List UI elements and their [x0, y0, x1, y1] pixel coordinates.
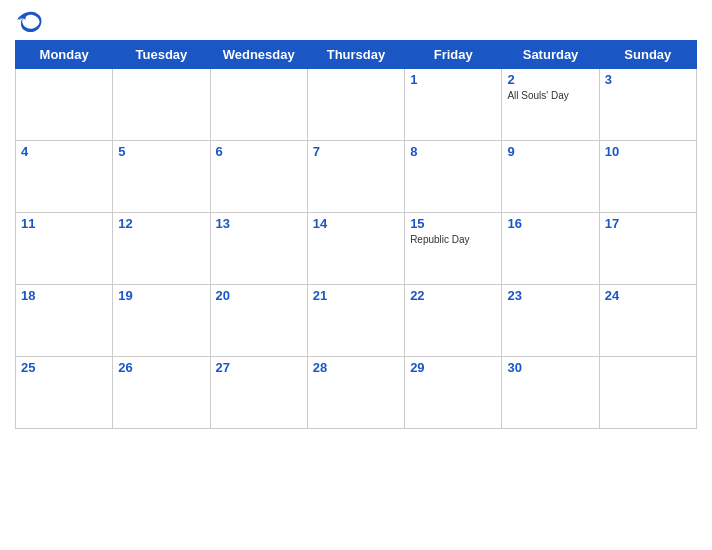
calendar-day-6: 6: [210, 141, 307, 213]
day-number: 12: [118, 216, 204, 231]
day-number: 25: [21, 360, 107, 375]
calendar-empty-cell: [113, 69, 210, 141]
calendar-day-18: 18: [16, 285, 113, 357]
day-number: 18: [21, 288, 107, 303]
day-number: 26: [118, 360, 204, 375]
calendar-day-12: 12: [113, 213, 210, 285]
page: MondayTuesdayWednesdayThursdayFridaySatu…: [0, 0, 712, 550]
day-number: 7: [313, 144, 399, 159]
calendar-day-19: 19: [113, 285, 210, 357]
day-number: 5: [118, 144, 204, 159]
calendar-day-30: 30: [502, 357, 599, 429]
calendar-day-10: 10: [599, 141, 696, 213]
calendar-day-26: 26: [113, 357, 210, 429]
calendar-day-29: 29: [405, 357, 502, 429]
day-number: 23: [507, 288, 593, 303]
calendar-day-20: 20: [210, 285, 307, 357]
day-number: 24: [605, 288, 691, 303]
weekday-header-row: MondayTuesdayWednesdayThursdayFridaySatu…: [16, 41, 697, 69]
calendar-empty-cell: [210, 69, 307, 141]
calendar-day-5: 5: [113, 141, 210, 213]
day-number: 20: [216, 288, 302, 303]
calendar-week-row: 1112131415Republic Day1617: [16, 213, 697, 285]
logo-bird-icon: [15, 10, 43, 32]
calendar-day-23: 23: [502, 285, 599, 357]
calendar-day-16: 16: [502, 213, 599, 285]
weekday-header-thursday: Thursday: [307, 41, 404, 69]
calendar-week-row: 12All Souls' Day3: [16, 69, 697, 141]
calendar-day-13: 13: [210, 213, 307, 285]
calendar-day-25: 25: [16, 357, 113, 429]
holiday-name: All Souls' Day: [507, 89, 593, 102]
calendar-day-28: 28: [307, 357, 404, 429]
calendar-day-1: 1: [405, 69, 502, 141]
calendar-day-24: 24: [599, 285, 696, 357]
day-number: 27: [216, 360, 302, 375]
day-number: 1: [410, 72, 496, 87]
weekday-header-tuesday: Tuesday: [113, 41, 210, 69]
calendar-day-14: 14: [307, 213, 404, 285]
calendar-day-3: 3: [599, 69, 696, 141]
day-number: 28: [313, 360, 399, 375]
weekday-header-monday: Monday: [16, 41, 113, 69]
calendar-day-17: 17: [599, 213, 696, 285]
calendar-day-9: 9: [502, 141, 599, 213]
day-number: 30: [507, 360, 593, 375]
calendar-day-7: 7: [307, 141, 404, 213]
calendar-day-21: 21: [307, 285, 404, 357]
calendar-week-row: 252627282930: [16, 357, 697, 429]
calendar-empty-cell: [599, 357, 696, 429]
day-number: 15: [410, 216, 496, 231]
logo: [15, 10, 47, 32]
calendar-day-22: 22: [405, 285, 502, 357]
calendar-day-11: 11: [16, 213, 113, 285]
calendar-empty-cell: [307, 69, 404, 141]
day-number: 22: [410, 288, 496, 303]
weekday-header-friday: Friday: [405, 41, 502, 69]
day-number: 8: [410, 144, 496, 159]
calendar-day-27: 27: [210, 357, 307, 429]
day-number: 9: [507, 144, 593, 159]
day-number: 6: [216, 144, 302, 159]
day-number: 21: [313, 288, 399, 303]
weekday-header-wednesday: Wednesday: [210, 41, 307, 69]
calendar-empty-cell: [16, 69, 113, 141]
weekday-header-saturday: Saturday: [502, 41, 599, 69]
day-number: 2: [507, 72, 593, 87]
day-number: 3: [605, 72, 691, 87]
calendar-week-row: 18192021222324: [16, 285, 697, 357]
calendar-day-8: 8: [405, 141, 502, 213]
day-number: 11: [21, 216, 107, 231]
day-number: 16: [507, 216, 593, 231]
day-number: 19: [118, 288, 204, 303]
day-number: 4: [21, 144, 107, 159]
day-number: 17: [605, 216, 691, 231]
day-number: 29: [410, 360, 496, 375]
calendar-table: MondayTuesdayWednesdayThursdayFridaySatu…: [15, 40, 697, 429]
header: [15, 10, 697, 32]
calendar-day-15: 15Republic Day: [405, 213, 502, 285]
calendar-week-row: 45678910: [16, 141, 697, 213]
day-number: 13: [216, 216, 302, 231]
calendar-day-2: 2All Souls' Day: [502, 69, 599, 141]
holiday-name: Republic Day: [410, 233, 496, 246]
calendar-day-4: 4: [16, 141, 113, 213]
weekday-header-sunday: Sunday: [599, 41, 696, 69]
day-number: 14: [313, 216, 399, 231]
day-number: 10: [605, 144, 691, 159]
